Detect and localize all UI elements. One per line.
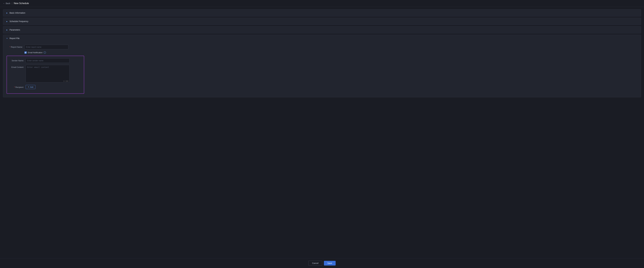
chevron-down-icon [6, 37, 8, 39]
back-arrow-icon: ← [3, 2, 5, 4]
report-name-label: Report Name: [6, 45, 23, 48]
sender-name-input[interactable] [26, 58, 70, 63]
section-report-file-title: Report File [10, 37, 20, 39]
section-report-file: Report File Report Name: Email Notificat… [3, 35, 641, 97]
chevron-right-icon [6, 12, 8, 14]
email-notification-label[interactable]: Email Notification [28, 51, 42, 54]
header-divider: | [12, 2, 12, 5]
section-basic-information: Basic Information [3, 9, 641, 16]
section-schedule-frequency-header[interactable]: Schedule Frequency [3, 18, 641, 25]
back-button[interactable]: ← Back [3, 2, 10, 4]
section-parameters-title: Parameters [10, 29, 20, 31]
info-icon[interactable]: i [44, 51, 46, 54]
report-name-row: Report Name: [6, 45, 638, 49]
email-content-row: Email Content: 0 / 200 [9, 65, 82, 83]
email-content-label: Email Content: [9, 65, 24, 68]
section-schedule-frequency: Schedule Frequency [3, 18, 641, 25]
email-notification-checkbox[interactable] [24, 51, 27, 54]
add-label: Add [30, 86, 33, 88]
save-button[interactable]: Save [324, 261, 336, 266]
section-parameters: Parameters [3, 26, 641, 33]
recipient-row: Recipient: + Add [9, 85, 82, 89]
section-report-file-header[interactable]: Report File [3, 35, 641, 42]
email-notification-panel: Sender Name: Email Content: 0 / 200 Reci… [6, 56, 84, 94]
section-basic-information-title: Basic Information [10, 12, 25, 14]
recipient-label: Recipient: [9, 85, 24, 88]
page-footer: Cancel Save [0, 258, 644, 268]
plus-icon: + [28, 86, 29, 88]
section-schedule-frequency-title: Schedule Frequency [10, 20, 28, 22]
sender-name-row: Sender Name: [9, 58, 82, 63]
section-parameters-header[interactable]: Parameters [3, 26, 641, 33]
main-content: Basic Information Schedule Frequency Par… [0, 7, 644, 100]
add-recipient-button[interactable]: + Add [26, 85, 36, 89]
sender-name-label: Sender Name: [9, 58, 24, 62]
page-title: New Schedule [14, 2, 29, 5]
section-basic-information-header[interactable]: Basic Information [3, 9, 641, 16]
email-notification-row: Email Notification i [24, 51, 638, 54]
chevron-right-icon-3 [6, 29, 8, 31]
cancel-button[interactable]: Cancel [308, 261, 322, 266]
section-report-file-body: Report Name: Email Notification i Sender… [3, 42, 641, 97]
char-count: 0 / 200 [64, 80, 68, 82]
email-content-input[interactable] [26, 65, 70, 82]
report-name-input[interactable] [24, 45, 68, 49]
email-content-wrapper: 0 / 200 [26, 65, 70, 83]
back-label: Back [6, 2, 10, 4]
page-header: ← Back | New Schedule [0, 0, 644, 7]
chevron-right-icon-2 [6, 20, 8, 22]
